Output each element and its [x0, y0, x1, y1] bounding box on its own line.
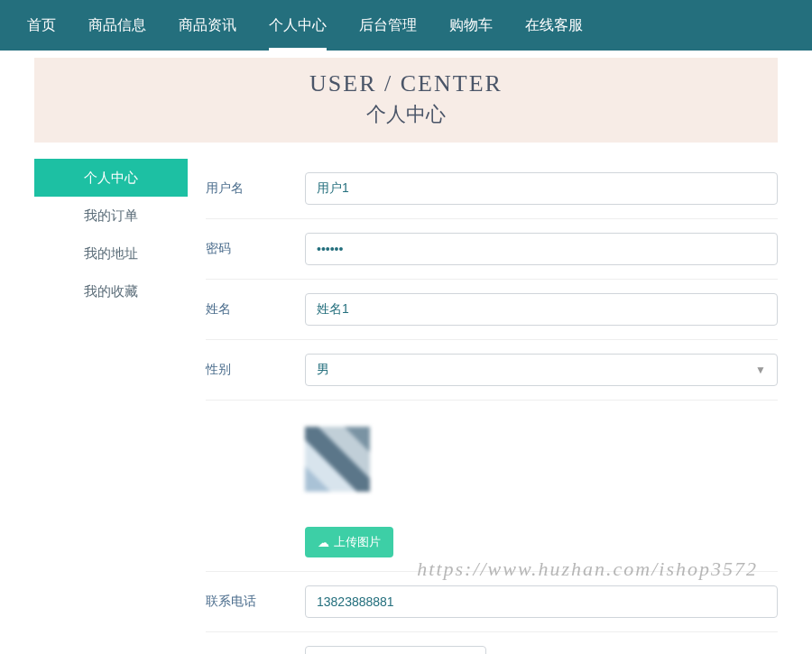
sidebar: 个人中心 我的订单 我的地址 我的收藏 [34, 159, 188, 654]
page-title-en: USER / CENTER [34, 70, 778, 97]
gender-select[interactable]: 男 ▼ [305, 354, 778, 386]
phone-input[interactable] [305, 585, 778, 618]
sidebar-item-orders[interactable]: 我的订单 [34, 197, 188, 235]
realname-input[interactable] [305, 293, 778, 326]
username-label: 用户名 [206, 180, 305, 197]
gender-value: 男 [317, 362, 329, 378]
cloud-upload-icon: ☁ [318, 536, 329, 549]
page-title-cn: 个人中心 [34, 101, 778, 128]
nav-admin[interactable]: 后台管理 [343, 0, 433, 51]
upload-label: 上传图片 [334, 534, 381, 550]
realname-label: 姓名 [206, 301, 305, 318]
form-area: 用户名 密码 姓名 性别 男 ▼ ☁ 上传图片 [188, 159, 778, 654]
upload-image-button[interactable]: ☁ 上传图片 [305, 527, 393, 557]
chevron-down-icon: ▼ [755, 364, 766, 376]
avatar [305, 427, 370, 492]
sidebar-item-favorites[interactable]: 我的收藏 [34, 272, 188, 310]
phone-label: 联系电话 [206, 594, 305, 610]
nav-product-info[interactable]: 商品信息 [72, 0, 162, 51]
password-input[interactable] [305, 233, 778, 265]
nav-home[interactable]: 首页 [11, 0, 72, 51]
nav-cart[interactable]: 购物车 [433, 0, 509, 51]
nav-support[interactable]: 在线客服 [509, 0, 599, 51]
password-label: 密码 [206, 241, 305, 257]
nav-user-center[interactable]: 个人中心 [253, 0, 343, 51]
sidebar-item-address[interactable]: 我的地址 [34, 235, 188, 272]
gender-label: 性别 [206, 362, 305, 378]
username-input[interactable] [305, 172, 778, 205]
sidebar-item-profile[interactable]: 个人中心 [34, 159, 188, 197]
nav-product-news[interactable]: 商品资讯 [162, 0, 253, 51]
top-navbar: 首页 商品信息 商品资讯 个人中心 后台管理 购物车 在线客服 [0, 0, 812, 51]
balance-input[interactable] [305, 646, 486, 654]
page-header: USER / CENTER 个人中心 [34, 58, 778, 143]
